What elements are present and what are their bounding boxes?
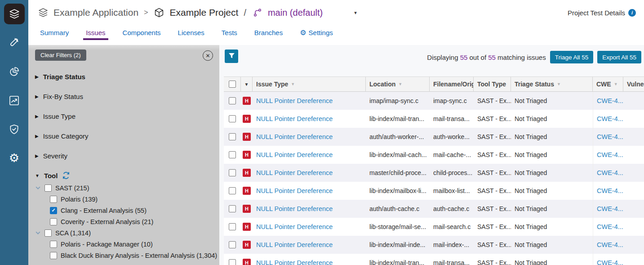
tab-summary[interactable]: Summary xyxy=(39,25,70,41)
rail-item-settings[interactable]: ⚙ xyxy=(4,148,25,168)
sca-checkbox[interactable] xyxy=(44,229,52,237)
chevron-down-icon[interactable] xyxy=(35,230,41,236)
filter-section-triage-status[interactable]: ▶ Triage Status xyxy=(28,73,219,81)
breadcrumb-project[interactable]: Example Project xyxy=(169,7,238,18)
row-checkbox[interactable] xyxy=(229,259,236,265)
triangle-right-icon: ▶ xyxy=(35,94,39,99)
issue-type-link[interactable]: NULL Pointer Dereference xyxy=(256,151,333,158)
sort-icon: ▼ xyxy=(291,82,295,86)
column-header-location[interactable]: Location ▼ xyxy=(366,77,430,91)
tool-item-label[interactable]: Polaris - Package Manager (10) xyxy=(61,241,153,248)
issue-type-link[interactable]: NULL Pointer Dereference xyxy=(256,223,333,230)
polaris-pm-checkbox[interactable] xyxy=(50,241,57,248)
cwe-link[interactable]: CWE-4... xyxy=(597,241,623,248)
row-checkbox[interactable] xyxy=(229,205,236,212)
tab-issues[interactable]: Issues xyxy=(85,25,106,41)
cwe-link[interactable]: CWE-4... xyxy=(597,169,623,176)
cwe-link[interactable]: CWE-4... xyxy=(597,115,623,122)
issue-type-link[interactable]: NULL Pointer Dereference xyxy=(256,115,333,122)
row-severity-cell: H xyxy=(241,236,253,254)
sort-icon: ▼ xyxy=(398,82,402,86)
tool-item-label[interactable]: Coverity - External Analysis (21) xyxy=(61,218,153,225)
cwe-link[interactable]: CWE-4... xyxy=(597,223,623,230)
tool-group-label[interactable]: SAST (215) xyxy=(55,184,89,192)
chevron-down-icon[interactable] xyxy=(35,185,41,191)
issue-type-link[interactable]: NULL Pointer Dereference xyxy=(256,97,333,104)
issue-type-link[interactable]: NULL Pointer Dereference xyxy=(256,133,333,140)
filter-section-fix-by-status[interactable]: ▶ Fix-By Status xyxy=(28,93,219,100)
rail-item-security[interactable] xyxy=(4,119,25,139)
column-header-filename[interactable]: Filename/Orig xyxy=(430,77,474,91)
sast-checkbox[interactable] xyxy=(44,184,52,192)
cwe-link[interactable]: CWE-4... xyxy=(597,259,623,265)
row-checkbox[interactable] xyxy=(229,151,236,158)
rail-item-reports[interactable] xyxy=(4,61,25,82)
select-all-checkbox[interactable] xyxy=(229,81,236,88)
row-checkbox[interactable] xyxy=(229,133,236,140)
triangle-right-icon: ▶ xyxy=(35,74,39,79)
expand-all-caret-icon[interactable]: ▼ xyxy=(244,82,249,87)
column-header-vulnerability[interactable]: Vulnera xyxy=(623,77,644,91)
tab-components[interactable]: Components xyxy=(122,25,162,41)
issue-type-link[interactable]: NULL Pointer Dereference xyxy=(256,241,333,248)
row-triage-status-cell: Not Triaged xyxy=(511,128,593,146)
filter-section-tool[interactable]: ▼ Tool xyxy=(28,171,219,180)
refresh-icon[interactable] xyxy=(62,171,70,180)
tool-group-label[interactable]: SCA (1,314) xyxy=(55,229,91,237)
filter-section-severity[interactable]: ▶ Severity xyxy=(28,152,219,160)
tab-licenses[interactable]: Licenses xyxy=(177,25,205,41)
row-checkbox[interactable] xyxy=(229,115,236,122)
severity-high-badge: H xyxy=(243,115,251,123)
cwe-link[interactable]: CWE-4... xyxy=(597,97,623,104)
issue-type-link[interactable]: NULL Pointer Dereference xyxy=(256,169,333,176)
row-vulnerability-cell xyxy=(623,254,644,265)
branch-dropdown-caret-icon[interactable]: ▾ xyxy=(354,10,357,16)
row-location-cell: imap/imap-sync.c xyxy=(366,92,430,110)
row-issue-type-cell: NULL Pointer Dereference xyxy=(253,200,366,218)
filter-section-issue-category[interactable]: ▶ Issue Category xyxy=(28,132,219,140)
tab-branches[interactable]: Branches xyxy=(253,25,284,41)
tool-item-label[interactable]: Polaris (139) xyxy=(61,196,98,203)
breadcrumb-application[interactable]: Example Application xyxy=(53,7,138,18)
tab-settings[interactable]: ⚙ Settings xyxy=(299,25,334,41)
column-header-cwe[interactable]: CWE ▼ xyxy=(593,77,623,91)
cwe-link[interactable]: CWE-4... xyxy=(597,133,623,140)
cwe-link[interactable]: CWE-4... xyxy=(597,205,623,212)
coverity-checkbox[interactable] xyxy=(50,218,57,225)
filter-section-issue-type[interactable]: ▶ Issue Type xyxy=(28,112,219,120)
displaying-suffix: matching issues xyxy=(497,54,546,61)
tool-item-label[interactable]: Clang - External Analysis (55) xyxy=(61,207,147,214)
row-filename-cell: auth-cache.c xyxy=(430,200,474,218)
row-cwe-cell: CWE-4... xyxy=(593,254,623,265)
row-tool-type-cell: SAST - Ex... xyxy=(474,254,511,265)
cwe-link[interactable]: CWE-4... xyxy=(597,187,623,194)
clear-filters-button[interactable]: Clear Filters (2) xyxy=(35,49,86,61)
column-header-issue-type[interactable]: Issue Type ▼ xyxy=(253,77,366,91)
bdba-checkbox[interactable] xyxy=(50,252,57,259)
issue-type-link[interactable]: NULL Pointer Dereference xyxy=(256,259,333,265)
cwe-link[interactable]: CWE-4... xyxy=(597,151,623,158)
issue-type-link[interactable]: NULL Pointer Dereference xyxy=(256,205,333,212)
column-header-tool-type[interactable]: Tool Type xyxy=(474,77,511,91)
clang-checkbox-checked[interactable]: ✓ xyxy=(50,207,57,214)
tool-item-label[interactable]: Black Duck Binary Analysis - External An… xyxy=(61,252,217,259)
tab-tests[interactable]: Tests xyxy=(221,25,238,41)
export-all-button[interactable]: Export All 55 xyxy=(597,51,641,63)
rail-item-trends[interactable] xyxy=(4,90,25,111)
row-tool-type-cell: SAST - Ex... xyxy=(474,110,511,128)
close-filter-panel-button[interactable]: ✕ xyxy=(203,50,213,61)
triage-all-button[interactable]: Triage All 55 xyxy=(550,51,594,63)
info-icon[interactable]: i xyxy=(628,9,636,17)
row-checkbox[interactable] xyxy=(229,187,236,194)
row-checkbox[interactable] xyxy=(229,223,236,230)
column-header-triage-status[interactable]: Triage Status ▼ xyxy=(511,77,593,91)
polaris-checkbox[interactable] xyxy=(50,196,57,203)
row-checkbox[interactable] xyxy=(229,97,236,104)
issue-type-link[interactable]: NULL Pointer Dereference xyxy=(256,187,333,194)
row-checkbox[interactable] xyxy=(229,241,236,248)
rail-item-tests[interactable] xyxy=(4,32,25,53)
filter-toggle-button[interactable] xyxy=(225,49,238,63)
row-checkbox[interactable] xyxy=(229,169,236,176)
breadcrumb-branch[interactable]: main (default) xyxy=(268,8,323,18)
rail-item-projects[interactable] xyxy=(4,4,25,24)
